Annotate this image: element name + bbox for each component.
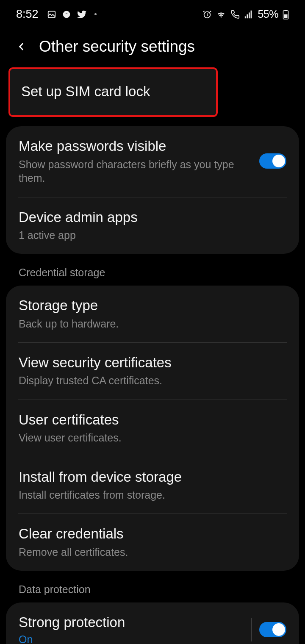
item-subtitle: View user certificates. [19, 431, 286, 445]
page-header: Other security settings [0, 25, 305, 67]
passwords-visible-toggle[interactable] [259, 153, 286, 169]
content: Set up SIM card lock Make passwords visi… [0, 67, 305, 644]
view-security-certificates-item[interactable]: View security certificates Display trust… [6, 343, 299, 400]
status-time: 8:52 [16, 8, 39, 21]
picture-icon [47, 10, 56, 19]
make-passwords-visible-item[interactable]: Make passwords visible Show password cha… [6, 126, 299, 197]
group-general: Make passwords visible Show password cha… [6, 126, 299, 254]
user-certificates-item[interactable]: User certificates View user certificates… [6, 400, 299, 457]
item-title: Strong protection [19, 613, 244, 631]
more-indicator-icon [94, 13, 97, 15]
signal-icon [244, 10, 253, 19]
back-button[interactable] [15, 41, 27, 53]
battery-icon [283, 9, 289, 19]
sim-card-lock-title: Set up SIM card lock [21, 83, 205, 100]
status-left: 8:52 " [16, 8, 97, 21]
storage-type-item[interactable]: Storage type Back up to hardware. [6, 286, 299, 342]
item-subtitle: Display trusted CA certificates. [19, 374, 286, 388]
status-right: 55% [202, 8, 289, 20]
strong-protection-toggle[interactable] [259, 622, 286, 637]
item-subtitle: Remove all certificates. [19, 545, 286, 559]
svg-rect-6 [284, 14, 288, 18]
sim-card-lock-item[interactable]: Set up SIM card lock [8, 67, 218, 117]
item-subtitle: Show password characters briefly as you … [19, 158, 259, 185]
device-admin-apps-item[interactable]: Device admin apps 1 active app [6, 197, 299, 254]
item-title: User certificates [19, 411, 286, 428]
section-header-credential-storage: Credential storage [6, 261, 299, 286]
twitter-icon [77, 9, 87, 19]
group-data-protection: Strong protection On [6, 602, 299, 644]
item-title: Make passwords visible [19, 137, 259, 155]
strong-protection-item[interactable]: Strong protection On [6, 602, 299, 644]
item-title: Install from device storage [19, 468, 286, 486]
status-bar: 8:52 " 55% [0, 0, 305, 25]
wifi-icon [216, 9, 226, 19]
battery-percentage: 55% [258, 8, 278, 20]
item-title: Clear credentials [19, 525, 286, 542]
page-title: Other security settings [39, 38, 195, 56]
item-subtitle: 1 active app [19, 228, 286, 242]
alarm-icon [202, 10, 212, 19]
quote-icon: " [62, 10, 71, 19]
item-subtitle: Back up to hardware. [19, 317, 286, 331]
svg-rect-5 [285, 10, 287, 11]
item-title: Storage type [19, 297, 286, 314]
install-from-storage-item[interactable]: Install from device storage Install cert… [6, 457, 299, 514]
volte-icon [230, 10, 240, 19]
item-title: Device admin apps [19, 208, 286, 226]
section-header-data-protection: Data protection [6, 577, 299, 602]
clear-credentials-item[interactable]: Clear credentials Remove all certificate… [6, 514, 299, 571]
item-subtitle: On [19, 633, 244, 644]
toggle-divider [251, 618, 252, 641]
item-title: View security certificates [19, 354, 286, 371]
item-subtitle: Install certificates from storage. [19, 488, 286, 502]
group-credential-storage: Storage type Back up to hardware. View s… [6, 286, 299, 571]
chevron-left-icon [15, 41, 27, 53]
svg-text:": " [65, 11, 68, 17]
